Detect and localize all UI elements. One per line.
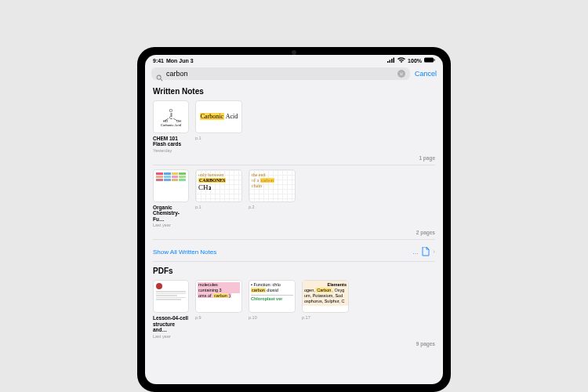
page-indicator: p.1 [195,205,242,209]
svg-rect-4 [424,58,434,63]
note-subtitle: Yesterday [153,148,189,153]
note-thumb[interactable] [153,169,189,202]
svg-line-7 [161,78,162,80]
page-indicator: p.1 [195,136,242,140]
svg-rect-3 [394,58,395,64]
note-thumb[interactable]: OCHOOH Carbonic Acid [153,100,189,133]
row-pagecount: 1 page [153,153,435,165]
result-row: Lesson-04-cell structure and… Last year … [153,280,435,338]
page-thumb[interactable]: the end of a carbon chain [249,169,296,202]
svg-rect-2 [391,59,393,63]
svg-text:O: O [169,108,172,113]
page-thumb[interactable]: Carbonic Acid [195,100,242,133]
note-title: Organic Chemistry- Fu… [153,205,189,222]
page-indicator: p.10 [249,315,296,320]
show-all-written-notes[interactable]: Show All Written Notes … › [153,244,435,262]
search-input[interactable] [166,70,394,78]
svg-text:C: C [169,115,172,120]
pdf-title: Lesson-04-cell structure and… [153,315,189,332]
page-thumb[interactable]: molecules containing 3 oms of carbon) [195,280,242,313]
section-title-pdfs: PDFs [153,267,435,275]
note-title: CHEM 101 Flash cards [153,136,189,147]
row-pagecount: 2 pages [153,227,435,240]
chevron-right-icon: › [433,248,435,256]
page-indicator: p.9 [195,315,242,320]
results: Written Notes OCHOOH Carbonic Acid CHEM … [145,84,443,384]
status-time: 9:41 [153,58,164,64]
row-pagecount: 9 pages [153,339,435,350]
result-row: OCHOOH Carbonic Acid CHEM 101 Flash card… [153,100,435,153]
camera-dot [292,50,296,55]
screen: 9:41 Mon Jun 3 100% [145,55,443,384]
pdf-subtitle: Last year [153,334,189,339]
status-bar: 9:41 Mon Jun 3 100% [145,55,443,65]
page-indicator: p.2 [249,205,296,209]
wifi-icon [397,57,405,64]
cancel-button[interactable]: Cancel [415,70,437,78]
clear-icon[interactable]: ✕ [397,70,405,78]
pdf-thumb[interactable] [153,280,189,313]
document-icon [422,247,430,256]
section-title-written-notes: Written Notes [153,87,435,96]
search-field[interactable]: ✕ [151,67,410,80]
battery-icon [424,57,435,64]
page-thumb[interactable]: Elements ogen, Carbon, Oxyg um, Potassiu… [302,280,349,313]
tablet-frame: 9:41 Mon Jun 3 100% [137,47,451,392]
search-icon [156,71,163,78]
molecule-icon: OCHOOH Carbonic Acid [154,101,188,132]
search-row: ✕ Cancel [145,65,443,84]
battery-pct: 100% [408,58,422,64]
status-date: Mon Jun 3 [166,58,194,64]
svg-rect-1 [390,60,391,64]
note-subtitle: Last year [153,223,189,227]
signal-icon [387,57,395,64]
page-indicator: p.17 [302,315,349,320]
svg-rect-5 [434,59,435,61]
result-row: Organic Chemistry- Fu… Last year only be… [153,169,435,227]
page-thumb[interactable]: • Function: chlo carbon dioxid Chloropla… [249,280,296,313]
ellipsis-icon: … [412,249,419,256]
svg-rect-0 [387,61,389,63]
page-thumb[interactable]: only between CARBONES CH₃ [195,169,242,202]
